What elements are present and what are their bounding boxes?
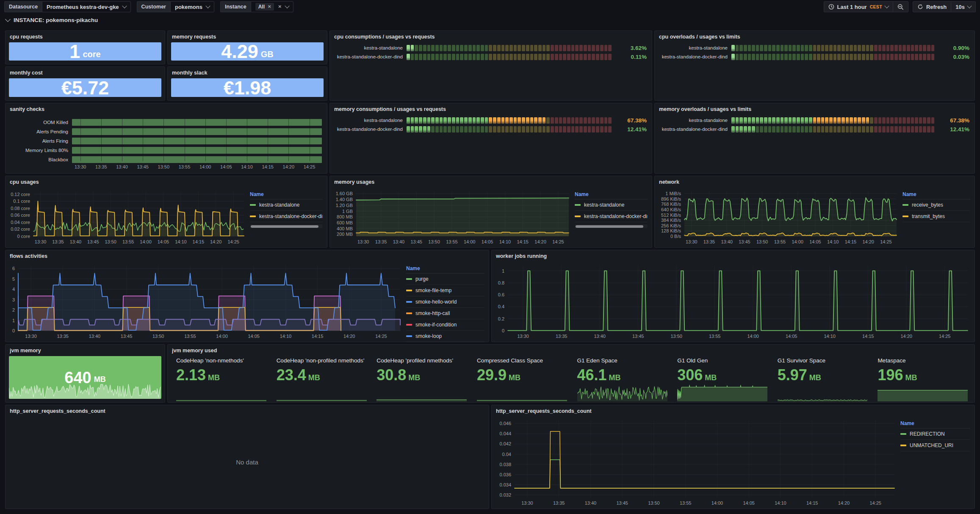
gauge-cell <box>575 45 579 51</box>
legend-item-REDIRECTION[interactable]: REDIRECTION <box>900 428 970 440</box>
refresh-button[interactable]: Refresh <box>913 1 951 12</box>
svg-text:0.8: 0.8 <box>498 280 504 285</box>
refresh-interval-button[interactable]: 10s <box>951 1 976 12</box>
row-header-title: INSTANCE: pokemons-pikachu <box>14 17 98 23</box>
panel-title[interactable]: memory consumptions / usages vs requests <box>330 103 652 114</box>
gauge-cell <box>789 54 792 60</box>
gauge-cell <box>567 54 570 60</box>
svg-text:13:50: 13:50 <box>105 239 116 244</box>
panel-title[interactable]: sanity checks <box>6 103 327 114</box>
stat-value: 29.9 <box>477 368 507 383</box>
panel-title[interactable]: jvm memory <box>6 345 165 356</box>
svg-text:13:30: 13:30 <box>357 239 369 244</box>
grafana-dashboard: Datasource Prometheus kestra-dev-gke Cus… <box>0 0 980 514</box>
instance-chip-all[interactable]: All ✕ <box>255 3 274 11</box>
legend-item-transmit_bytes[interactable]: transmit_bytes <box>902 211 970 222</box>
panel-title[interactable]: cpu overloads / usages vs limits <box>655 31 974 42</box>
gauge-cell <box>915 126 918 133</box>
gauge-cell <box>744 45 747 51</box>
customer-select[interactable]: pokemons <box>170 1 214 12</box>
row-header-instance[interactable]: INSTANCE: pokemons-pikachu <box>6 17 98 23</box>
panel-title[interactable]: memory overloads / usages vs limits <box>655 103 974 114</box>
scrollbar-handle[interactable] <box>251 225 318 228</box>
legend-item-kestra-standalone[interactable]: kestra-standalone <box>575 199 648 211</box>
legend-item-smoke-hello-world[interactable]: smoke-hello-world <box>406 296 484 308</box>
gauge-cell <box>608 126 612 133</box>
gauge-row-kestra-standalone: kestra-standalone67.38% <box>659 117 969 124</box>
panel-title[interactable]: flows activities <box>6 250 489 261</box>
stat-unit: MB <box>208 373 220 382</box>
gauge-cell <box>797 54 800 60</box>
gauge-cell <box>931 126 935 133</box>
panel-cpu-usages: cpu usages 0 core0.02 core0.04 core0.06 … <box>5 176 327 248</box>
toolbar-right: Last 1 hour CEST Refresh <box>824 1 980 12</box>
legend-item-UNMATCHED_URI[interactable]: UNMATCHED_URI <box>900 440 970 451</box>
panel-title[interactable]: cpu requests <box>6 31 165 42</box>
panel-title[interactable]: memory requests <box>168 31 327 42</box>
panel-title[interactable]: cpu usages <box>6 176 327 187</box>
time-axis-label: 14:00 <box>199 164 211 169</box>
gauge-cell <box>608 117 612 124</box>
legend-item-receive_bytes[interactable]: receive_bytes <box>902 199 970 211</box>
chevron-down-icon <box>205 3 210 8</box>
clock-icon <box>828 4 834 10</box>
series-color-dash <box>406 312 412 314</box>
close-icon[interactable]: ✕ <box>268 5 271 9</box>
legend-item-smoke-if-condition[interactable]: smoke-if-condition <box>406 319 484 331</box>
gauge-cell <box>854 126 857 133</box>
zoom-out-button[interactable] <box>893 1 908 12</box>
gauge-cell <box>526 54 529 60</box>
legend-item-smoke-file-temp[interactable]: smoke-file-temp <box>406 285 484 296</box>
svg-text:13:45: 13:45 <box>121 334 133 339</box>
gauge-cell <box>604 54 608 60</box>
panel-title[interactable]: network <box>655 176 974 187</box>
panel-title[interactable]: monthly cost <box>6 67 165 78</box>
svg-text:0.6: 0.6 <box>498 292 504 297</box>
series-color-dash <box>902 216 908 217</box>
scrollbar-handle[interactable] <box>576 225 643 228</box>
clear-all-icon[interactable]: ✕ <box>278 5 281 9</box>
gauge-cell <box>411 45 414 51</box>
gauge-cell <box>530 117 534 124</box>
gauge-cell <box>833 117 837 124</box>
panel-title[interactable]: http_server_requests_seconds_count <box>492 405 974 416</box>
panel-title[interactable]: jvm memory used <box>168 345 974 356</box>
gauge-cell <box>555 45 558 51</box>
legend-scrollbar[interactable] <box>250 224 323 228</box>
legend-header: Name <box>406 264 484 274</box>
gauge-cell <box>772 126 775 133</box>
legend-item-kestra-standalone-docker-dind[interactable]: kestra-standalone-docker-dind <box>575 211 648 222</box>
instance-select[interactable]: All ✕ ✕ <box>251 1 293 12</box>
panel-title[interactable]: monthly slack <box>168 67 327 78</box>
legend-item-kestra-standalone-docker-dind[interactable]: kestra-standalone-docker-dind <box>250 211 323 222</box>
panel-title[interactable]: memory usages <box>330 176 652 187</box>
gauge-cell <box>890 126 894 133</box>
stat-unit: MB <box>705 373 717 382</box>
legend-item-smoke-loop[interactable]: smoke-loop <box>406 331 484 342</box>
legend-item-purge[interactable]: purge <box>406 274 484 285</box>
panel-title[interactable]: http_server_requests_seconds_count <box>6 405 489 416</box>
gauge-cell <box>501 117 505 124</box>
datasource-select[interactable]: Prometheus kestra-dev-gke <box>42 1 131 12</box>
gauge-cell <box>431 126 435 133</box>
gauge-cell <box>600 117 604 124</box>
panel-title[interactable]: cpu consumptions / usages vs requests <box>330 31 652 42</box>
gauge-cell <box>821 45 825 51</box>
series-color-dash <box>406 301 412 303</box>
gauge-cell <box>497 126 501 133</box>
gauge-cell <box>419 45 422 51</box>
svg-text:13:55: 13:55 <box>709 334 721 339</box>
gauge-cell <box>448 54 451 60</box>
chart-svg <box>176 383 266 401</box>
time-range-button[interactable]: Last 1 hour CEST <box>824 1 893 12</box>
gauge-row-label: kestra-standalone-docker-dind <box>659 54 728 59</box>
svg-text:800 MB: 800 MB <box>337 214 353 219</box>
instance-chip-label: All <box>258 4 265 10</box>
panel-title[interactable]: worker jobs running <box>492 250 974 261</box>
svg-text:400 MB: 400 MB <box>337 226 353 231</box>
legend-item-smoke-http-call[interactable]: smoke-http-call <box>406 308 484 319</box>
legend-item-kestra-standalone[interactable]: kestra-standalone <box>250 199 323 211</box>
gauge-cell <box>817 54 820 60</box>
legend-scrollbar[interactable] <box>575 224 648 228</box>
svg-text:14:10: 14:10 <box>499 239 511 244</box>
